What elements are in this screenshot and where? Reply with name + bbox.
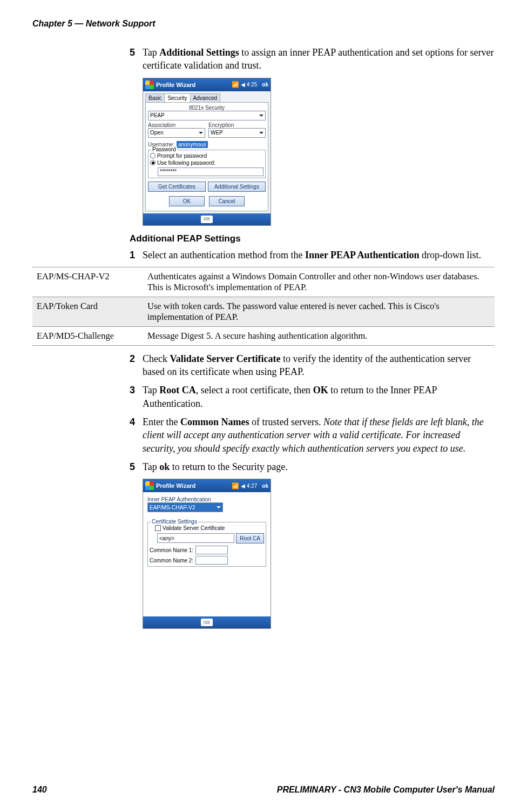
association-select[interactable]: Open (148, 128, 205, 138)
ok-button[interactable]: OK (169, 196, 205, 206)
text: Check (143, 353, 170, 364)
text: Tap (143, 461, 159, 472)
bold-term: Inner PEAP Authentication (305, 250, 420, 260)
tab-advanced[interactable]: Advanced (190, 93, 220, 102)
rootca-button[interactable]: Root CA (236, 533, 264, 543)
status-area: 📶 ◀ 4:25 ok (232, 81, 268, 88)
cn2-label: Common Name 2: (150, 558, 193, 563)
step-4: 4 Enter the Common Names of trusted serv… (130, 415, 495, 455)
table-row: EAP/Token Card Use with token cards. The… (32, 297, 495, 326)
desc-cell: Use with token cards. The password value… (143, 297, 495, 326)
step-text: Select an authentication method from the… (143, 249, 495, 261)
ok-softkey[interactable]: ok (262, 82, 268, 88)
auth-method-table: EAP/MS-CHAP-V2 Authenticates against a W… (32, 267, 495, 346)
text: Select an authentication method from the (143, 250, 305, 260)
step-number: 2 (130, 352, 143, 379)
step-5: 5 Tap Additional Settings to assign an i… (130, 46, 495, 72)
tab-basic[interactable]: Basic (145, 93, 165, 102)
running-header: Chapter 5 — Network Support (32, 19, 156, 29)
select-value: PEAP (150, 112, 165, 118)
bottom-bar: ⌨ (143, 213, 271, 225)
get-certificates-button[interactable]: Get Certificates (148, 182, 206, 192)
start-flag-icon (145, 481, 154, 490)
inner-peap-label: Inner PEAP Authentication (147, 496, 266, 502)
window-titlebar: Profile Wizard 📶 ◀ 4:27 ok (143, 479, 271, 492)
step-5b: 5 Tap ok to return to the Security page. (130, 460, 495, 473)
cn1-label: Common Name 1: (150, 547, 193, 553)
bold-term: Root CA (159, 385, 196, 395)
method-cell: EAP/MS-CHAP-V2 (32, 267, 143, 297)
window-title: Profile Wizard (156, 82, 232, 88)
select-value: EAP/MS-CHAP-V2 (150, 505, 195, 511)
username-value[interactable]: anonymous (177, 141, 208, 148)
additional-settings-button[interactable]: Additional Settings (208, 182, 266, 192)
step-1: 1 Select an authentication method from t… (130, 249, 495, 261)
ok-softkey[interactable]: ok (262, 483, 268, 489)
certificate-fieldset: Certificate Settings Validate Server Cer… (147, 522, 266, 567)
step-3: 3 Tap Root CA, select a root certificate… (130, 384, 495, 410)
desc-cell: Authenticates against a Windows Domain C… (143, 267, 495, 297)
screenshot-2-container: Profile Wizard 📶 ◀ 4:27 ok Inner PEAP Au… (143, 479, 495, 629)
keyboard-icon[interactable]: ⌨ (201, 216, 213, 223)
password-legend: Password (151, 146, 177, 152)
association-label: Association (148, 122, 205, 128)
step-text: Enter the Common Names of trusted server… (143, 415, 495, 455)
window-title: Profile Wizard (156, 482, 232, 489)
window-titlebar: Profile Wizard 📶 ◀ 4:25 ok (143, 78, 271, 91)
text: drop-down list. (420, 250, 482, 260)
cn1-input[interactable] (195, 546, 228, 554)
password-input[interactable]: ******** (158, 167, 264, 176)
bold-term: Additional Settings (159, 47, 239, 58)
cn2-row: Common Name 2: (150, 556, 264, 565)
keyboard-icon[interactable]: ⌨ (201, 619, 213, 626)
prompt-label: Prompt for password (157, 153, 207, 159)
prompt-radio-row[interactable]: Prompt for password (150, 153, 264, 159)
select-value: WEP (211, 130, 223, 136)
status-area: 📶 ◀ 4:27 ok (232, 482, 268, 489)
cert-button-row: Get Certificates Additional Settings (148, 182, 266, 192)
cn2-input[interactable] (195, 556, 228, 565)
method-cell: EAP/Token Card (32, 297, 143, 326)
tab-row: Basic Security Advanced (145, 93, 268, 102)
ok-cancel-row: OK Cancel (148, 196, 266, 209)
rootca-value[interactable]: <any> (157, 533, 234, 543)
password-fieldset: Password Prompt for password Use followi… (148, 150, 266, 178)
table-row: EAP/MS-CHAP-V2 Authenticates against a W… (32, 267, 495, 297)
bottom-bar: ⌨ (143, 616, 271, 628)
encryption-label: Encryption (208, 122, 266, 128)
clock: 4:25 (247, 82, 257, 88)
text: Tap (143, 47, 159, 58)
profile-wizard-screenshot-2: Profile Wizard 📶 ◀ 4:27 ok Inner PEAP Au… (143, 479, 271, 629)
cancel-button[interactable]: Cancel (209, 196, 245, 206)
assoc-col: Association Open (148, 122, 205, 138)
encryption-select[interactable]: WEP (208, 128, 266, 138)
window-body: Inner PEAP Authentication EAP/MS-CHAP-V2… (143, 492, 271, 616)
8021x-select[interactable]: PEAP (148, 111, 266, 120)
clock: 4:27 (247, 483, 257, 489)
step-text: Tap Additional Settings to assign an inn… (143, 46, 495, 72)
window-body: Basic Security Advanced 8021x Security P… (143, 91, 271, 213)
text: Tap (143, 385, 159, 395)
usepwd-radio-row[interactable]: Use following password: (150, 160, 264, 166)
step-2: 2 Check Validate Server Certificate to v… (130, 352, 495, 379)
validate-label: Validate Server Certificate (163, 525, 225, 531)
step-text: Tap Root CA, select a root certificate, … (143, 384, 495, 410)
table-row: EAP/MD5-Challenge Message Digest 5. A se… (32, 326, 495, 345)
step-number: 4 (130, 415, 143, 455)
signal-icon: 📶 (232, 482, 239, 489)
signal-icon: 📶 (232, 81, 239, 88)
manual-title: PRELIMINARY - CN3 Mobile Computer User's… (277, 785, 495, 795)
page-number: 140 (32, 785, 47, 795)
bold-term: OK (313, 385, 328, 395)
tab-security[interactable]: Security (164, 93, 190, 102)
step-number: 1 (130, 249, 143, 261)
method-cell: EAP/MD5-Challenge (32, 326, 143, 345)
inner-peap-select[interactable]: EAP/MS-CHAP-V2 (147, 502, 223, 512)
radio-unchecked-icon (150, 153, 156, 158)
step-text: Tap ok to return to the Security page. (143, 460, 495, 473)
desc-cell: Message Digest 5. A secure hashing authe… (143, 326, 495, 345)
additional-peap-heading: Additional PEAP Settings (130, 233, 495, 244)
validate-check-row[interactable]: Validate Server Certificate (155, 525, 264, 531)
page-footer: 140 PRELIMINARY - CN3 Mobile Computer Us… (32, 785, 495, 795)
screenshot-1-container: Profile Wizard 📶 ◀ 4:25 ok Basic Securit… (143, 78, 495, 226)
